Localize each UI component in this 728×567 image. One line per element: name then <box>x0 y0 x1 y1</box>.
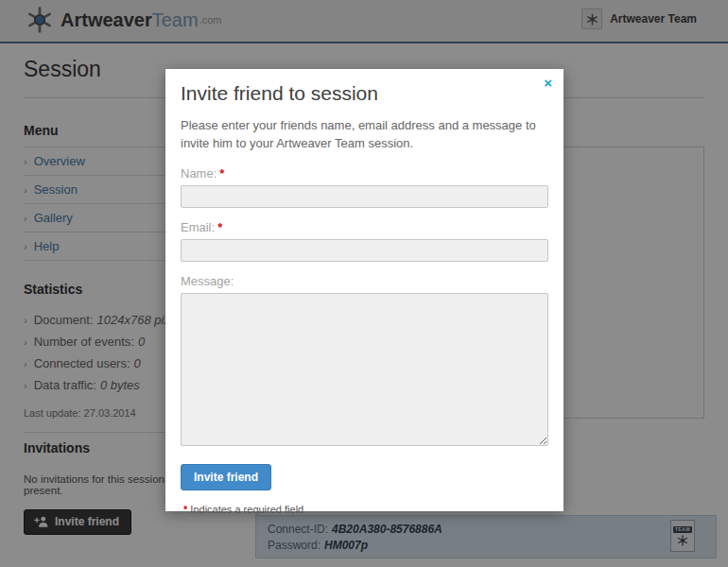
message-field-label: Message: <box>181 274 548 288</box>
email-label-text: Email: <box>181 220 215 234</box>
name-label-text: Name: <box>181 166 217 180</box>
required-marker: * <box>183 504 187 515</box>
dialog-description: Please enter your friends name, email ad… <box>181 117 548 153</box>
name-field-label: Name:* <box>181 166 548 180</box>
email-field-label: Email:* <box>181 220 548 234</box>
required-note-text: Indicates a required field <box>190 504 303 515</box>
required-marker: * <box>217 220 222 234</box>
message-field[interactable] <box>181 293 548 446</box>
dialog-title: Invite friend to session <box>181 82 548 105</box>
required-field-note: * Indicates a required field <box>181 504 548 515</box>
message-label-text: Message: <box>181 274 234 288</box>
page-root: ArtweaverTeam.com Artweaver Team Session… <box>0 0 728 567</box>
close-icon[interactable]: × <box>544 75 552 92</box>
invite-friend-dialog: × Invite friend to session Please enter … <box>165 69 563 511</box>
invite-friend-submit-button[interactable]: Invite friend <box>181 464 271 490</box>
required-marker: * <box>219 166 224 180</box>
name-field[interactable] <box>181 185 548 208</box>
email-field[interactable] <box>181 239 548 262</box>
